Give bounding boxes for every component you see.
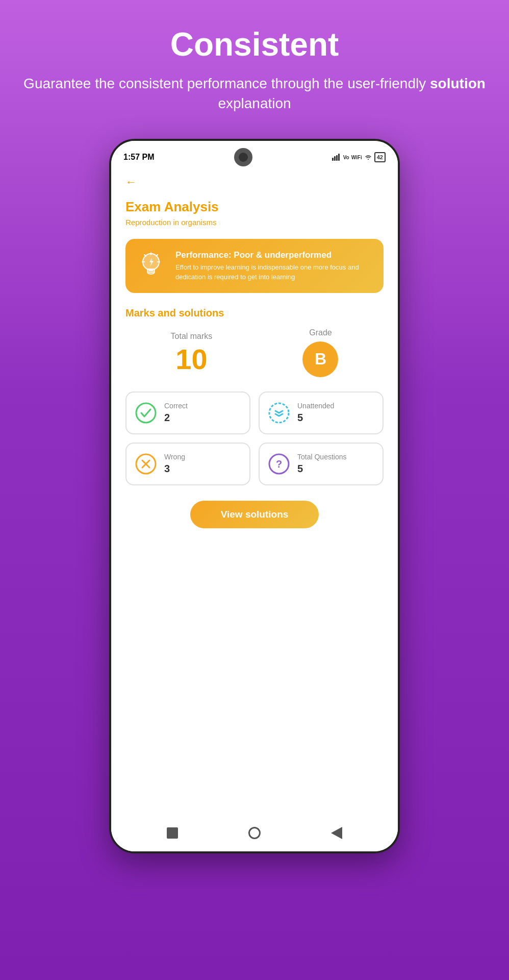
phone-content: ← Exam Analysis Reproduction in organism…	[111, 170, 398, 819]
total-questions-card: ? Total Questions 5	[259, 443, 384, 485]
marks-row: Total marks 10 Grade B	[125, 328, 384, 377]
page-subtitle: Guarantee the consistent performance thr…	[0, 74, 509, 113]
unattended-value: 5	[297, 412, 334, 424]
correct-label: Correct	[164, 402, 188, 410]
wifi-label: WiFi	[351, 155, 362, 160]
total-marks-block: Total marks 10	[171, 332, 213, 374]
battery-icon: 42	[374, 152, 386, 162]
camera-icon	[234, 148, 252, 166]
wrong-info: Wrong 3	[164, 453, 185, 475]
status-time: 1:57 PM	[123, 153, 154, 162]
wifi-icon	[364, 154, 372, 161]
svg-text:?: ?	[276, 458, 282, 470]
svg-rect-3	[338, 154, 340, 161]
phone-nav	[111, 819, 398, 851]
total-marks-value: 10	[175, 345, 207, 374]
page-title: Consistent	[170, 26, 339, 63]
correct-value: 2	[164, 412, 188, 424]
subtitle-plain: Guarantee the consistent performance thr…	[23, 76, 426, 91]
phone-frame: 1:57 PM Vo WiFi 42 ←	[109, 139, 400, 853]
nav-back-icon[interactable]	[331, 827, 342, 839]
exam-subtitle: Reproduction in organisms	[125, 218, 384, 227]
svg-rect-2	[336, 155, 338, 161]
vo-label: Vo	[343, 155, 349, 160]
total-questions-info: Total Questions 5	[297, 453, 347, 475]
correct-info: Correct 2	[164, 402, 188, 424]
wrong-card: Wrong 3	[125, 443, 250, 485]
total-questions-icon: ?	[268, 453, 290, 475]
grade-label: Grade	[309, 328, 332, 337]
nav-recents-icon[interactable]	[167, 827, 178, 839]
performance-description: Effort to improve learning is indispensa…	[175, 263, 373, 281]
correct-icon	[135, 402, 157, 424]
unattended-label: Unattended	[297, 402, 334, 410]
unattended-info: Unattended 5	[297, 402, 334, 424]
correct-card: Correct 2	[125, 391, 250, 434]
nav-home-icon[interactable]	[248, 827, 261, 839]
unattended-icon	[268, 402, 290, 424]
unattended-card: Unattended 5	[259, 391, 384, 434]
status-bar: 1:57 PM Vo WiFi 42	[111, 141, 398, 170]
svg-rect-1	[334, 156, 336, 161]
total-questions-label: Total Questions	[297, 453, 347, 461]
svg-point-12	[136, 403, 156, 423]
stats-grid: Correct 2 Unattended 5	[125, 391, 384, 485]
status-icons: Vo WiFi 42	[332, 152, 386, 162]
grade-circle: B	[302, 341, 338, 377]
wrong-icon	[135, 453, 157, 475]
performance-banner: Performance: Poor & underperformed Effor…	[125, 239, 384, 292]
back-button[interactable]: ←	[125, 176, 137, 189]
performance-icon	[136, 251, 166, 281]
wrong-label: Wrong	[164, 453, 185, 461]
grade-block: Grade B	[302, 328, 338, 377]
marks-section-title: Marks and solutions	[125, 307, 384, 319]
total-questions-value: 5	[297, 463, 347, 475]
svg-rect-0	[332, 158, 334, 161]
subtitle-bold: solution	[430, 76, 486, 91]
performance-text: Performance: Poor & underperformed Effor…	[175, 250, 373, 281]
signal-icon	[332, 154, 341, 161]
wrong-value: 3	[164, 463, 185, 475]
view-solutions-button[interactable]: View solutions	[190, 501, 319, 528]
performance-title: Performance: Poor & underperformed	[175, 250, 373, 260]
subtitle-end: explanation	[218, 95, 291, 111]
exam-title: Exam Analysis	[125, 199, 384, 215]
total-marks-label: Total marks	[171, 332, 213, 341]
